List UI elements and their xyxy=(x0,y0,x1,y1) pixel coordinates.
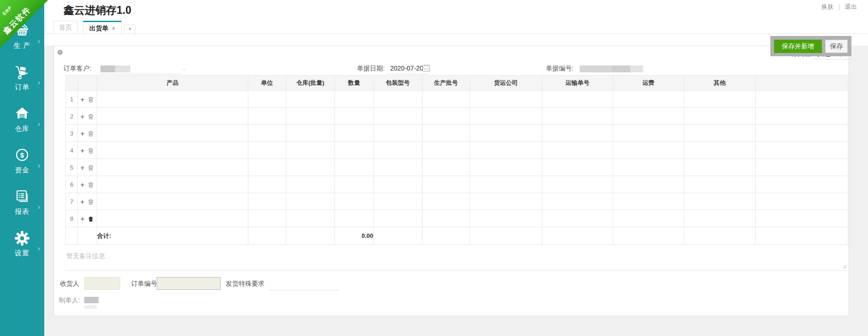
grid-cell[interactable] xyxy=(613,210,684,227)
grid-cell[interactable] xyxy=(422,159,470,176)
grid-cell[interactable] xyxy=(756,159,848,176)
delete-row-icon[interactable] xyxy=(88,216,94,222)
grid-cell[interactable] xyxy=(286,142,335,159)
grid-cell[interactable] xyxy=(97,108,248,125)
grid-cell[interactable] xyxy=(248,91,286,108)
grid-cell[interactable] xyxy=(756,125,848,142)
grid-cell[interactable] xyxy=(613,91,684,108)
grid-cell[interactable] xyxy=(756,210,848,227)
add-row-icon[interactable]: + xyxy=(81,112,85,120)
grid-cell[interactable] xyxy=(613,193,684,210)
add-row-icon[interactable]: + xyxy=(81,181,85,189)
grid-cell[interactable] xyxy=(684,176,756,193)
special-requirements-input[interactable] xyxy=(270,290,339,290)
grid-cell[interactable] xyxy=(97,193,248,210)
grid-cell[interactable] xyxy=(286,210,335,227)
grid-cell[interactable] xyxy=(542,193,613,210)
close-tab-icon[interactable]: × xyxy=(112,25,116,32)
sidebar-item-production[interactable]: 生 产 › xyxy=(0,23,44,56)
grid-cell[interactable] xyxy=(335,91,374,108)
grid-cell[interactable] xyxy=(335,210,374,227)
grid-cell[interactable] xyxy=(684,108,756,125)
grid-cell[interactable] xyxy=(335,142,374,159)
grid-cell[interactable] xyxy=(286,91,335,108)
delete-row-icon[interactable] xyxy=(88,182,94,188)
grid-cell[interactable] xyxy=(684,159,756,176)
grid-cell[interactable] xyxy=(684,91,756,108)
add-row-icon[interactable]: + xyxy=(81,164,85,171)
grid-cell[interactable] xyxy=(470,91,542,108)
delete-row-icon[interactable] xyxy=(88,147,94,154)
grid-cell[interactable] xyxy=(97,176,248,193)
grid-cell[interactable] xyxy=(374,193,422,210)
grid-cell[interactable] xyxy=(422,210,470,227)
grid-cell[interactable] xyxy=(97,125,248,142)
grid-cell[interactable] xyxy=(286,108,335,125)
grid-cell[interactable] xyxy=(335,125,374,142)
order-no-input[interactable] xyxy=(157,277,221,290)
delete-row-icon[interactable] xyxy=(88,130,94,137)
sidebar-item-reports[interactable]: 报表 › xyxy=(0,189,44,222)
grid-cell[interactable] xyxy=(756,142,848,159)
grid-cell[interactable] xyxy=(248,176,286,193)
grid-cell[interactable] xyxy=(422,142,470,159)
grid-cell[interactable] xyxy=(374,91,422,108)
add-row-icon[interactable]: + xyxy=(81,215,85,223)
grid-cell[interactable] xyxy=(97,91,248,108)
customer-field[interactable] xyxy=(100,74,181,74)
resize-grip-icon[interactable] xyxy=(842,264,847,269)
grid-cell[interactable] xyxy=(470,142,542,159)
sidebar-item-funds[interactable]: $ 资金 › xyxy=(0,147,44,181)
grid-cell[interactable] xyxy=(248,210,286,227)
grid-cell[interactable] xyxy=(374,210,422,227)
grid-cell[interactable] xyxy=(374,176,422,193)
delete-row-icon[interactable] xyxy=(88,199,94,205)
grid-cell[interactable] xyxy=(248,125,286,142)
delete-row-icon[interactable] xyxy=(88,113,94,120)
grid-cell[interactable] xyxy=(542,159,613,176)
sidebar-item-orders[interactable]: 订单 › xyxy=(0,65,44,98)
grid-cell[interactable] xyxy=(248,193,286,210)
grid-cell[interactable] xyxy=(613,176,684,193)
grid-cell[interactable] xyxy=(97,159,248,176)
add-row-icon[interactable]: + xyxy=(81,198,85,206)
sidebar-item-settings[interactable]: 设置 › xyxy=(0,230,44,264)
grid-cell[interactable] xyxy=(756,108,848,125)
grid-cell[interactable] xyxy=(248,159,286,176)
add-row-icon[interactable]: + xyxy=(81,147,85,154)
grid-cell[interactable] xyxy=(613,108,684,125)
grid-cell[interactable] xyxy=(286,193,335,210)
grid-cell[interactable] xyxy=(470,159,542,176)
logout-link[interactable]: 退出 xyxy=(842,3,860,11)
grid-cell[interactable] xyxy=(335,193,374,210)
grid-cell[interactable] xyxy=(422,193,470,210)
grid-cell[interactable] xyxy=(470,125,542,142)
save-and-new-button[interactable]: 保存并新增 xyxy=(774,40,822,53)
grid-cell[interactable] xyxy=(335,159,374,176)
grid-cell[interactable] xyxy=(684,210,756,227)
grid-cell[interactable] xyxy=(542,125,613,142)
grid-cell[interactable] xyxy=(335,108,374,125)
grid-cell[interactable] xyxy=(542,142,613,159)
grid-cell[interactable] xyxy=(374,108,422,125)
change-skin-link[interactable]: 换肤 xyxy=(819,3,836,11)
grid-cell[interactable] xyxy=(248,108,286,125)
delete-row-icon[interactable] xyxy=(88,165,94,171)
grid-cell[interactable] xyxy=(286,176,335,193)
grid-cell[interactable] xyxy=(470,108,542,125)
grid-cell[interactable] xyxy=(542,108,613,125)
grid-cell[interactable] xyxy=(470,176,542,193)
grid-cell[interactable] xyxy=(613,159,684,176)
save-button[interactable]: 保存 xyxy=(825,40,848,53)
grid-cell[interactable] xyxy=(542,210,613,227)
grid-cell[interactable] xyxy=(97,210,248,227)
grid-cell[interactable] xyxy=(374,125,422,142)
grid-cell[interactable] xyxy=(248,142,286,159)
add-row-icon[interactable]: + xyxy=(81,130,85,137)
grid-cell[interactable] xyxy=(374,142,422,159)
grid-cell[interactable] xyxy=(756,91,848,108)
grid-cell[interactable] xyxy=(684,193,756,210)
date-value[interactable]: 2020-07-20 xyxy=(390,65,423,72)
panel-settings-gear-icon[interactable] xyxy=(57,49,63,55)
remark-textarea[interactable]: 暂无备注信息 xyxy=(65,247,848,271)
